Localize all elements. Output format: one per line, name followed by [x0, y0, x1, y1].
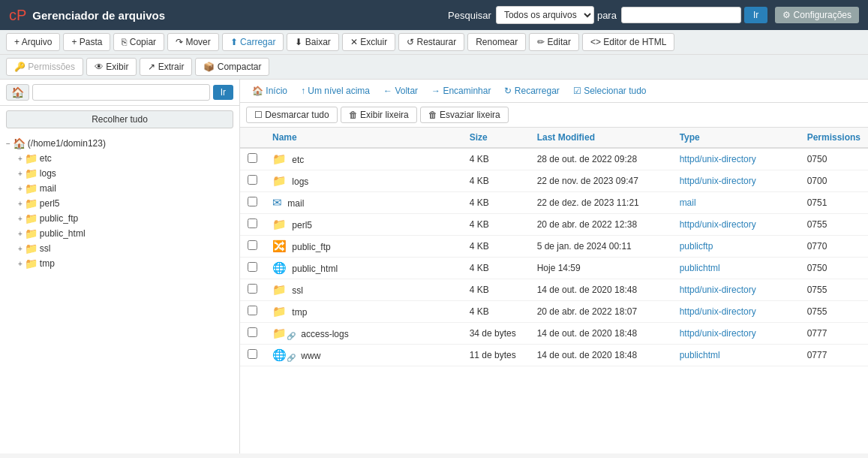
- main-layout: 🏠 Ir Recolher tudo − 🏠 (/home1/domin123)…: [0, 80, 868, 453]
- table-row[interactable]: 📁 ssl 4 KB 14 de out. de 2020 18:48 http…: [240, 279, 868, 301]
- row-perms-9: 0777: [800, 345, 868, 366]
- table-row[interactable]: 📁🔗 access-logs 34 de bytes 14 de out. de…: [240, 323, 868, 345]
- row-check-6[interactable]: [248, 284, 257, 294]
- col-size[interactable]: Size: [462, 128, 530, 148]
- top-bar: cP Gerenciador de arquivos Pesquisar Tod…: [0, 0, 868, 30]
- nav-home-btn[interactable]: 🏠 Início: [246, 83, 293, 98]
- nav-select-all-btn[interactable]: ☑ Selecionar tudo: [567, 83, 653, 98]
- col-modified[interactable]: Last Modified: [530, 128, 672, 148]
- extract-btn[interactable]: ↗ Extrair: [140, 58, 192, 76]
- row-checkbox-6[interactable]: [240, 279, 265, 301]
- row-check-7[interactable]: [248, 306, 257, 315]
- compact-btn[interactable]: 📦 Compactar: [195, 58, 269, 76]
- view-btn[interactable]: 👁 Exibir: [86, 58, 137, 76]
- view-trash-btn[interactable]: 🗑 Exibir lixeira: [341, 107, 417, 123]
- edit-btn[interactable]: ✏ Editar: [529, 33, 579, 51]
- app-title: Gerenciador de arquivos: [32, 9, 448, 22]
- row-checkbox-2[interactable]: [240, 192, 265, 214]
- folder-icon: 📁: [25, 258, 38, 270]
- row-check-4[interactable]: [248, 240, 257, 250]
- row-check-9[interactable]: [248, 349, 257, 359]
- nav-forward-btn[interactable]: → Encaminhar: [425, 83, 497, 98]
- row-checkbox-7[interactable]: [240, 301, 265, 323]
- empty-trash-btn[interactable]: 🗑 Esvaziar lixeira: [420, 107, 509, 123]
- nav-up-btn[interactable]: ↑ Um nível acima: [295, 83, 376, 98]
- html-editor-btn[interactable]: <> Editor de HTML: [582, 33, 674, 51]
- tree-label-ssl: ssl: [40, 243, 51, 254]
- table-row[interactable]: 🌐 public_html 4 KB Hoje 14:59 publichtml…: [240, 258, 868, 279]
- tree-item-mail[interactable]: + 📁 mail: [6, 181, 233, 196]
- tree-label-etc: etc: [40, 153, 52, 164]
- table-row[interactable]: 📁 logs 4 KB 22 de nov. de 2023 09:47 htt…: [240, 170, 868, 192]
- row-check-8[interactable]: [248, 327, 257, 337]
- row-checkbox-3[interactable]: [240, 214, 265, 236]
- sidebar-ir-btn[interactable]: Ir: [213, 85, 233, 100]
- row-checkbox-1[interactable]: [240, 170, 265, 192]
- collapse-btn[interactable]: Recolher tudo: [6, 110, 233, 128]
- folder-icon: 📁: [25, 182, 38, 194]
- table-row[interactable]: 🌐🔗 www 11 de bytes 14 de out. de 2020 18…: [240, 345, 868, 366]
- row-name-6: 📁 ssl: [265, 279, 462, 301]
- row-check-3[interactable]: [248, 218, 257, 228]
- row-check-5[interactable]: [248, 262, 257, 272]
- col-name[interactable]: Name: [265, 128, 462, 148]
- table-row[interactable]: 🔀 public_ftp 4 KB 5 de jan. de 2024 00:1…: [240, 236, 868, 258]
- row-size-7: 4 KB: [462, 301, 530, 323]
- tree-item-logs[interactable]: + 📁 logs: [6, 166, 233, 181]
- col-type[interactable]: Type: [672, 128, 800, 148]
- new-file-btn[interactable]: + Arquivo: [6, 33, 60, 51]
- table-row[interactable]: ✉ mail 4 KB 22 de dez. de 2023 11:21 mai…: [240, 192, 868, 214]
- row-checkbox-8[interactable]: [240, 323, 265, 345]
- row-check-2[interactable]: [248, 197, 257, 206]
- tree-item-perl5[interactable]: + 📁 perl5: [6, 196, 233, 211]
- tree-item-ssl[interactable]: + 📁 ssl: [6, 241, 233, 256]
- col-permissions[interactable]: Permissions: [800, 128, 868, 148]
- tree-label-public-html: public_html: [40, 228, 86, 239]
- tree-item-public-html[interactable]: + 📁 public_html: [6, 226, 233, 241]
- search-type-select[interactable]: Todos os arquivos Apenas nomes: [496, 6, 594, 24]
- sidebar: 🏠 Ir Recolher tudo − 🏠 (/home1/domin123)…: [0, 80, 240, 453]
- row-check-0[interactable]: [248, 153, 257, 163]
- nav-back-btn[interactable]: ← Voltar: [377, 83, 424, 98]
- rename-btn[interactable]: Renomear: [467, 33, 526, 51]
- tree-item-tmp[interactable]: + 📁 tmp: [6, 256, 233, 271]
- search-input[interactable]: [621, 7, 741, 23]
- sidebar-home-btn[interactable]: 🏠: [6, 84, 29, 101]
- row-perms-5: 0750: [800, 258, 868, 279]
- row-perms-0: 0750: [800, 148, 868, 170]
- permissions-btn[interactable]: 🔑 Permissões: [6, 58, 83, 76]
- expand-icon: +: [18, 155, 23, 163]
- row-checkbox-0[interactable]: [240, 148, 265, 170]
- row-name-1: 📁 logs: [265, 170, 462, 192]
- row-checkbox-4[interactable]: [240, 236, 265, 258]
- file-table-container: Name Size Last Modified Type Permissions…: [240, 128, 868, 453]
- para-label: para: [597, 10, 617, 21]
- restore-btn[interactable]: ↺ Restaurar: [398, 33, 464, 51]
- tree-item-etc[interactable]: + 📁 etc: [6, 151, 233, 166]
- sidebar-path-input[interactable]: [32, 84, 210, 101]
- search-go-button[interactable]: Ir: [744, 7, 767, 23]
- row-check-1[interactable]: [248, 175, 257, 185]
- move-btn[interactable]: ↷ Mover: [167, 33, 219, 51]
- row-checkbox-9[interactable]: [240, 345, 265, 366]
- file-name-5: public_html: [292, 264, 338, 274]
- download-btn[interactable]: ⬇ Baixar: [287, 33, 338, 51]
- table-row[interactable]: 📁 tmp 4 KB 20 de abr. de 2022 18:07 http…: [240, 301, 868, 323]
- row-size-2: 4 KB: [462, 192, 530, 214]
- copy-btn[interactable]: ⎘ Copiar: [113, 33, 164, 51]
- folder-icon: 📁: [25, 227, 38, 240]
- file-tree: − 🏠 (/home1/domin123) + 📁 etc + 📁 logs +…: [0, 133, 239, 453]
- config-button[interactable]: ⚙ Configurações: [775, 7, 859, 23]
- tree-item-public-ftp[interactable]: + 📁 public_ftp: [6, 211, 233, 226]
- delete-btn[interactable]: ✕ Excluir: [342, 33, 395, 51]
- upload-btn[interactable]: ⬆ Carregar: [222, 33, 284, 51]
- expand-icon: +: [18, 215, 23, 223]
- deselect-all-btn[interactable]: ☐ Desmarcar tudo: [246, 107, 338, 123]
- table-row[interactable]: 📁 perl5 4 KB 20 de abr. de 2022 12:38 ht…: [240, 214, 868, 236]
- new-folder-btn[interactable]: + Pasta: [63, 33, 110, 51]
- row-type-6: httpd/unix-directory: [672, 279, 800, 301]
- tree-root-item[interactable]: − 🏠 (/home1/domin123): [6, 136, 233, 151]
- row-checkbox-5[interactable]: [240, 258, 265, 279]
- table-row[interactable]: 📁 etc 4 KB 28 de out. de 2022 09:28 http…: [240, 148, 868, 170]
- nav-reload-btn[interactable]: ↻ Recarregar: [498, 83, 565, 98]
